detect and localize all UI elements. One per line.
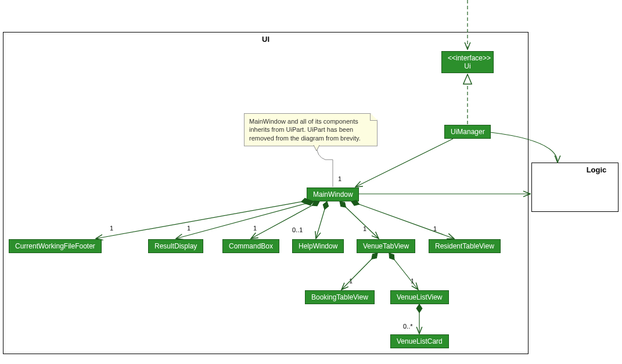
- class-name: VenueListView: [397, 293, 443, 301]
- class-name: ResultDisplay: [154, 242, 197, 250]
- class-name: BookingTableView: [311, 293, 368, 301]
- class-ui-interface: <<interface>> Ui: [441, 51, 494, 73]
- mult-mw-vtv: 1: [363, 225, 366, 232]
- class-venue-tab-view: VenueTabView: [357, 239, 415, 253]
- class-result-display: ResultDisplay: [148, 239, 203, 253]
- note-text: MainWindow and all of its components inh…: [249, 118, 361, 142]
- class-name: VenueTabView: [363, 242, 409, 250]
- class-name: CommandBox: [229, 242, 273, 250]
- class-name: CurrentWorkingFileFooter: [15, 242, 95, 250]
- class-venue-list-view: VenueListView: [390, 290, 449, 304]
- class-command-box: CommandBox: [222, 239, 279, 253]
- mult-vtv-vlv: 1: [411, 277, 414, 284]
- mult-uimgr-mw: 1: [338, 175, 341, 182]
- class-booking-table-view: BookingTableView: [305, 290, 375, 304]
- class-name: MainWindow: [313, 190, 353, 199]
- class-name: Ui: [448, 62, 487, 70]
- mult-mw-cwff: 1: [110, 225, 113, 232]
- package-logic-title: Logic: [587, 165, 607, 174]
- class-name: ResidentTableView: [435, 242, 494, 250]
- mult-vtv-btv: 1: [349, 277, 353, 284]
- mult-vlv-vlc: 0..*: [403, 323, 413, 330]
- class-help-window: HelpWindow: [292, 239, 344, 253]
- class-venue-list-card: VenueListCard: [390, 334, 449, 348]
- mult-mw-cb: 1: [253, 225, 257, 232]
- class-resident-table-view: ResidentTableView: [429, 239, 501, 253]
- package-ui-title: UI: [262, 35, 269, 44]
- package-ui: UI: [3, 32, 528, 354]
- uml-note: MainWindow and all of its components inh…: [244, 113, 377, 146]
- mult-mw-rtv: 1: [433, 225, 437, 232]
- class-cwff: CurrentWorkingFileFooter: [9, 239, 102, 253]
- class-name: UiManager: [451, 128, 485, 136]
- mult-mw-hw: 0..1: [292, 226, 303, 233]
- stereotype-label: <<interface>>: [448, 54, 487, 62]
- class-ui-manager: UiManager: [444, 125, 491, 139]
- mult-mw-rd: 1: [187, 225, 190, 232]
- class-name: HelpWindow: [299, 242, 337, 250]
- class-name: VenueListCard: [397, 337, 443, 345]
- class-main-window: MainWindow: [307, 188, 359, 201]
- package-logic: Logic: [531, 163, 619, 212]
